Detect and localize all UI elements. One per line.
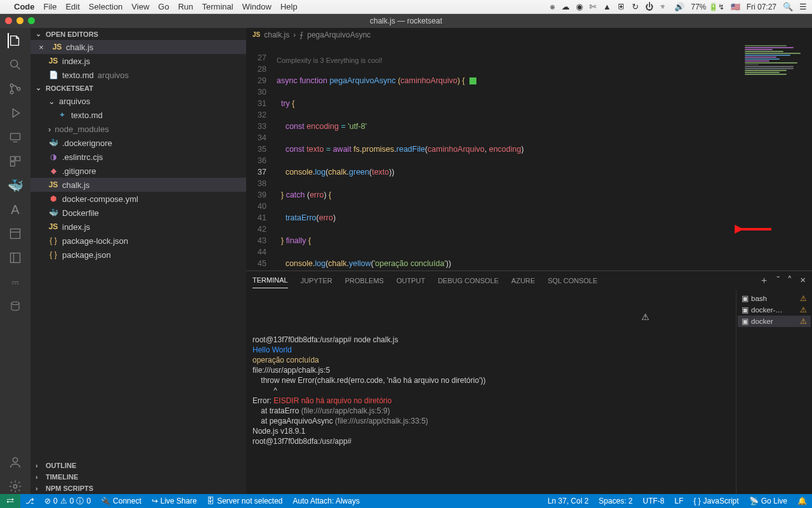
file-docker-compose[interactable]: ⬢docker-compose.yml bbox=[30, 192, 246, 206]
zoom-window-icon[interactable] bbox=[28, 17, 35, 24]
file-eslintrc[interactable]: ◑.eslintrc.cjs bbox=[30, 150, 246, 164]
file-dockerfile[interactable]: 🐳Dockerfile bbox=[30, 206, 246, 220]
clock-label[interactable]: Fri 07:27 bbox=[747, 3, 776, 11]
terminal-output[interactable]: ⚠ root@13f7f0db8dfa:/usr/app# node chalk… bbox=[246, 290, 736, 494]
terminal-docker-compose[interactable]: ▣docker-…⚠ bbox=[738, 304, 811, 316]
open-editors-header[interactable]: ⌄ OPEN EDITORS bbox=[30, 28, 246, 40]
close-editor-icon[interactable]: × bbox=[37, 43, 46, 52]
timeline-header[interactable]: ›TIMELINE bbox=[30, 471, 246, 483]
terminal-docker[interactable]: ▣docker⚠ bbox=[738, 316, 811, 327]
panel-icon[interactable] bbox=[8, 226, 23, 241]
close-window-icon[interactable] bbox=[5, 17, 12, 24]
scissors-icon[interactable]: ✄ bbox=[589, 2, 596, 11]
shield-icon[interactable]: ⛨ bbox=[617, 2, 625, 11]
menu-go[interactable]: Go bbox=[158, 2, 169, 11]
database-icon[interactable] bbox=[8, 298, 23, 314]
tab-debug-console[interactable]: DEBUG CONSOLE bbox=[438, 273, 499, 288]
circle-icon[interactable]: ◉ bbox=[576, 2, 583, 11]
code-content[interactable]: Complexity is 3 Everything is cool! asyn… bbox=[277, 42, 736, 271]
terminal-bash[interactable]: ▣bash⚠ bbox=[738, 293, 811, 304]
remote-explorer-icon[interactable] bbox=[8, 130, 23, 145]
source-control-status[interactable]: ⎇ bbox=[20, 494, 39, 508]
maximize-panel-icon[interactable]: ˄ bbox=[787, 274, 792, 286]
live-share-button[interactable]: ↪ Live Share bbox=[147, 494, 202, 508]
explorer-icon[interactable] bbox=[8, 33, 23, 48]
tab-jupyter[interactable]: JUPYTER bbox=[301, 273, 332, 288]
split-terminal-icon[interactable]: ˇ bbox=[776, 274, 780, 286]
clock-icon[interactable]: ↻ bbox=[632, 2, 639, 11]
open-editor-texto[interactable]: 📄 texto.md arquivos bbox=[30, 68, 246, 82]
search-icon[interactable] bbox=[8, 57, 23, 72]
control-center-icon[interactable]: ☰ bbox=[799, 2, 807, 11]
folder-arquivos[interactable]: ⌄ arquivos bbox=[30, 94, 246, 108]
window-controls[interactable] bbox=[5, 17, 35, 24]
project-header[interactable]: ⌄ ROCKETSEAT bbox=[30, 82, 246, 94]
go-live-button[interactable]: 📡 Go Live bbox=[744, 497, 792, 505]
tab-sql-console[interactable]: SQL CONSOLE bbox=[547, 273, 597, 288]
file-package-json[interactable]: { }package.json bbox=[30, 248, 246, 262]
source-control-icon[interactable] bbox=[8, 81, 23, 97]
indentation-status[interactable]: Spaces: 2 bbox=[594, 497, 638, 505]
menu-file[interactable]: File bbox=[44, 2, 57, 11]
docker-menuicon[interactable]: ⎈ bbox=[550, 2, 555, 11]
warning-icon[interactable]: ⚠ bbox=[641, 312, 650, 322]
new-terminal-icon[interactable]: ＋ bbox=[759, 274, 769, 286]
encoding-status[interactable]: UTF-8 bbox=[638, 497, 669, 505]
connect-button[interactable]: 🔌 Connect bbox=[96, 494, 147, 508]
notifications-icon[interactable]: 🔔 bbox=[792, 497, 812, 505]
menu-help[interactable]: Help bbox=[280, 2, 298, 11]
menu-view[interactable]: View bbox=[131, 2, 149, 11]
menu-terminal[interactable]: Terminal bbox=[202, 2, 233, 11]
eol-status[interactable]: LF bbox=[669, 497, 688, 505]
extensions-icon[interactable] bbox=[8, 154, 23, 169]
server-status[interactable]: 🗄 Server not selected bbox=[202, 494, 287, 508]
menu-selection[interactable]: Selection bbox=[89, 2, 122, 11]
toggle-icon[interactable]: ⏻ bbox=[645, 2, 653, 11]
open-editor-index[interactable]: JS index.js bbox=[30, 54, 246, 68]
menu-edit[interactable]: Edit bbox=[65, 2, 79, 11]
run-debug-icon[interactable] bbox=[8, 105, 23, 121]
folder-node-modules[interactable]: › node_modules bbox=[30, 122, 246, 136]
app-name[interactable]: Code bbox=[14, 2, 35, 11]
file-texto-md[interactable]: ✦ texto.md bbox=[30, 108, 246, 122]
svg-point-0 bbox=[11, 60, 18, 67]
cloud-icon[interactable]: ☁︎ bbox=[561, 2, 570, 11]
open-editor-chalk[interactable]: × JS chalk.js bbox=[30, 40, 246, 54]
minimap[interactable] bbox=[742, 44, 812, 121]
sidebar-icon[interactable] bbox=[8, 250, 23, 265]
triangle-icon[interactable]: ▲ bbox=[603, 2, 611, 11]
file-package-lock[interactable]: { }package-lock.json bbox=[30, 234, 246, 248]
minimize-window-icon[interactable] bbox=[16, 17, 23, 24]
menu-window[interactable]: Window bbox=[242, 2, 272, 11]
wifi-icon[interactable]: ᯤ bbox=[660, 2, 668, 11]
battery-label[interactable]: 77% 🔋↯ bbox=[691, 3, 724, 11]
md-file-icon: 📄 bbox=[48, 70, 58, 79]
tab-output[interactable]: OUTPUT bbox=[396, 273, 425, 288]
auto-attach-status[interactable]: Auto Attach: Always bbox=[288, 494, 365, 508]
spotlight-icon[interactable]: 🔍 bbox=[783, 2, 793, 11]
tab-problems[interactable]: PROBLEMS bbox=[345, 273, 384, 288]
file-chalk-js[interactable]: JSchalk.js bbox=[30, 178, 246, 192]
code-editor[interactable]: 27282930313233343536373839404142434445 C… bbox=[246, 42, 812, 271]
docker-icon[interactable]: 🐳 bbox=[8, 178, 23, 193]
file-gitignore[interactable]: ◆.gitignore bbox=[30, 164, 246, 178]
azure-icon[interactable]: A bbox=[8, 202, 23, 217]
tab-terminal[interactable]: TERMINAL bbox=[252, 272, 288, 288]
flag-icon[interactable]: 🇺🇸 bbox=[731, 3, 740, 11]
file-index-js[interactable]: JSindex.js bbox=[30, 220, 246, 234]
outline-header[interactable]: ›OUTLINE bbox=[30, 460, 246, 471]
npm-scripts-header[interactable]: ›NPM SCRIPTS bbox=[30, 483, 246, 494]
volume-icon[interactable]: 🔊 bbox=[674, 2, 684, 11]
menu-run[interactable]: Run bbox=[178, 2, 193, 11]
problems-status[interactable]: ⊘ 0 ⚠ 0 ⓘ 0 bbox=[39, 494, 96, 508]
tab-azure[interactable]: AZURE bbox=[511, 273, 535, 288]
language-status[interactable]: { } JavaScript bbox=[688, 497, 743, 505]
file-dockerignore[interactable]: 🐳.dockerignore bbox=[30, 136, 246, 150]
breadcrumb-bar[interactable]: JS chalk.js › ⨍ pegaArquivoAsync bbox=[246, 28, 812, 42]
remote-indicator[interactable]: ⮂ bbox=[0, 494, 20, 508]
link-icon[interactable]: ⎓ bbox=[8, 274, 23, 290]
close-panel-icon[interactable]: × bbox=[800, 274, 806, 286]
cursor-position[interactable]: Ln 37, Col 2 bbox=[542, 497, 594, 505]
settings-gear-icon[interactable] bbox=[8, 479, 23, 494]
account-icon[interactable] bbox=[8, 455, 23, 470]
